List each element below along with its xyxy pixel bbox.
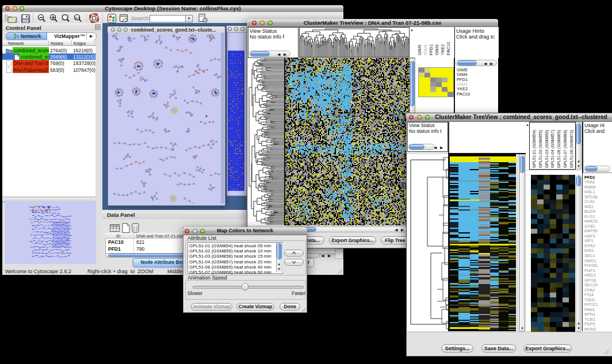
svg-text:1:1: 1:1 [75,16,80,20]
